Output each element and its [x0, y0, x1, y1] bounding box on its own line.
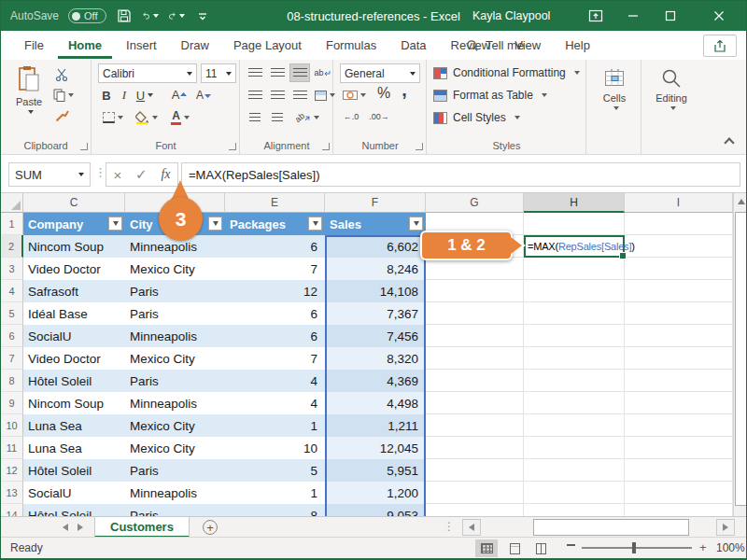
comma-style-button[interactable]: , [398, 80, 411, 99]
cell-G9[interactable] [426, 392, 524, 414]
tab-scroll-splitter[interactable]: ⋮ [444, 520, 455, 533]
hscroll-left-button[interactable] [462, 519, 481, 536]
row-header-10[interactable]: 10 [1, 414, 23, 437]
paste-button[interactable]: Paste [10, 65, 48, 114]
cell-company-12[interactable]: Hôtel Soleil [23, 459, 125, 482]
cell-company-2[interactable]: Nincom Soup [23, 235, 125, 258]
maximize-button[interactable] [655, 1, 686, 31]
cell-H11[interactable] [524, 437, 625, 459]
share-button[interactable] [703, 35, 737, 57]
cell-sales-14[interactable]: 9,053 [325, 504, 426, 516]
cell-city-11[interactable]: Mexico City [125, 437, 225, 459]
cell-packages-14[interactable]: 8 [225, 504, 325, 516]
tab-insert[interactable]: Insert [116, 33, 167, 59]
cell-I10[interactable] [625, 414, 733, 437]
cell-I13[interactable] [625, 482, 733, 504]
increase-indent-button[interactable] [267, 108, 288, 127]
cell-company-7[interactable]: Video Doctor [23, 347, 125, 370]
cell-G8[interactable] [426, 370, 524, 392]
cell-H4[interactable] [524, 280, 625, 302]
cell-G7[interactable] [426, 347, 524, 370]
cell-company-13[interactable]: SocialU [23, 482, 125, 504]
customize-toolbar-icon[interactable] [194, 7, 211, 24]
row-header-1[interactable]: 1 [1, 213, 23, 235]
zoom-in-icon[interactable]: + [699, 540, 707, 554]
cell-city-2[interactable]: Minneapolis [125, 235, 225, 258]
cell-city-5[interactable]: Paris [125, 302, 225, 325]
cell-city-9[interactable]: Minneapolis [125, 392, 225, 414]
cell-H3[interactable] [524, 258, 625, 280]
cell-G11[interactable] [426, 437, 524, 459]
horizontal-scrollbar-thumb[interactable] [533, 519, 689, 536]
row-header-11[interactable]: 11 [1, 437, 23, 459]
cell-packages-13[interactable]: 1 [225, 482, 325, 504]
cell-city-4[interactable]: Paris [125, 280, 225, 302]
insert-function-icon[interactable]: fx [161, 167, 170, 182]
save-icon[interactable] [116, 7, 133, 24]
active-cell-h2-editor[interactable]: =MAX(RepSales[Sales]) [524, 235, 625, 258]
cell-G10[interactable] [426, 414, 524, 437]
format-as-table-button[interactable]: Format as Table [433, 89, 547, 102]
number-dialog-launcher-icon[interactable] [416, 143, 423, 150]
cell-city-13[interactable]: Minneapolis [125, 482, 225, 504]
tell-me-box[interactable]: Tell me [466, 31, 524, 60]
name-box[interactable]: SUM [8, 162, 91, 187]
row-header-14[interactable]: 14 [1, 504, 23, 516]
cell-city-6[interactable]: Minneapolis [125, 325, 225, 347]
cell-packages-7[interactable]: 7 [225, 347, 325, 370]
column-header-H[interactable]: H [524, 193, 625, 213]
cell-sales-5[interactable]: 7,367 [325, 302, 426, 325]
ribbon-display-options-icon[interactable] [580, 1, 612, 31]
decrease-indent-button[interactable] [245, 108, 265, 127]
cell-sales-12[interactable]: 5,951 [325, 459, 426, 482]
column-header-F[interactable]: F [325, 193, 426, 213]
grow-font-button[interactable]: A [171, 87, 188, 103]
tab-data[interactable]: Data [390, 33, 436, 59]
increase-decimal-button[interactable]: ←.0 [340, 110, 362, 123]
row-header-4[interactable]: 4 [1, 280, 23, 302]
cut-icon[interactable] [53, 67, 70, 82]
row-header-9[interactable]: 9 [1, 392, 23, 414]
column-header-D[interactable]: D [125, 193, 225, 213]
editing-button[interactable]: Editing [650, 67, 693, 110]
font-size-select[interactable]: 11 [201, 63, 236, 83]
cell-I5[interactable] [625, 302, 733, 325]
cancel-icon[interactable]: × [113, 167, 121, 183]
cell-city-10[interactable]: Mexico City [125, 414, 225, 437]
cell-packages-9[interactable]: 4 [225, 392, 325, 414]
cell-sales-10[interactable]: 1,211 [325, 414, 426, 437]
cell-packages-3[interactable]: 7 [225, 258, 325, 280]
close-button[interactable] [703, 1, 735, 31]
tab-home[interactable]: Home [58, 33, 112, 59]
cell-I4[interactable] [625, 280, 733, 302]
cell-sales-8[interactable]: 4,369 [325, 370, 426, 392]
cell-sales-7[interactable]: 8,320 [325, 347, 426, 370]
cell-I12[interactable] [625, 459, 733, 482]
cell-I11[interactable] [625, 437, 733, 459]
fill-color-button[interactable] [134, 110, 160, 125]
cell-sales-2[interactable]: 6,602 [325, 235, 426, 258]
cell-I6[interactable] [625, 325, 733, 347]
cell-H6[interactable] [524, 325, 625, 347]
cell-city-7[interactable]: Mexico City [125, 347, 225, 370]
zoom-slider-track[interactable] [582, 547, 692, 549]
cell-H13[interactable] [524, 482, 625, 504]
cell-H8[interactable] [524, 370, 625, 392]
select-all-corner[interactable] [1, 193, 23, 213]
collapse-ribbon-icon[interactable] [724, 137, 734, 147]
font-color-button[interactable]: A [167, 109, 193, 125]
cell-G12[interactable] [426, 459, 524, 482]
cell-packages-12[interactable]: 5 [225, 459, 325, 482]
tab-formulas[interactable]: Formulas [316, 33, 387, 59]
vertical-scrollbar[interactable] [733, 193, 747, 516]
sheet-nav-left-icon[interactable] [63, 524, 68, 531]
cell-G6[interactable] [426, 325, 524, 347]
alignment-dialog-launcher-icon[interactable] [322, 143, 330, 150]
cell-G4[interactable] [426, 280, 524, 302]
cell-sales-9[interactable]: 4,498 [325, 392, 426, 414]
row-header-12[interactable]: 12 [1, 459, 23, 482]
cell-packages-11[interactable]: 10 [225, 437, 325, 459]
cell-city-14[interactable]: Paris [125, 504, 225, 516]
shrink-font-button[interactable]: A [195, 87, 212, 103]
borders-button[interactable] [100, 110, 126, 125]
